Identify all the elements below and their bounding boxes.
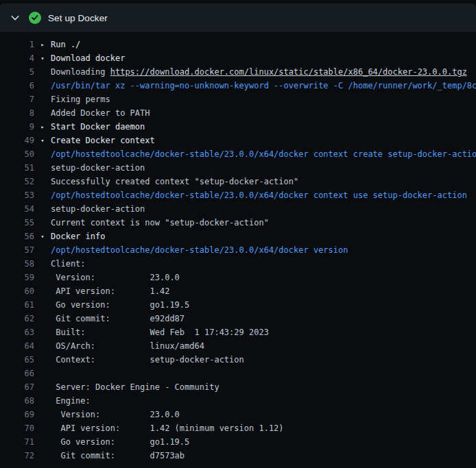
log-line: 70 API version: 1.42 (minimum version 1.… xyxy=(0,421,476,435)
line-number[interactable]: 52 xyxy=(0,175,34,188)
gutter-spacer xyxy=(34,188,51,202)
line-number[interactable]: 65 xyxy=(0,353,34,367)
group-expanded-icon[interactable]: ▾ xyxy=(34,134,51,147)
line-number[interactable]: 60 xyxy=(0,284,34,298)
gutter-spacer xyxy=(34,421,51,435)
step-header[interactable]: Set up Docker xyxy=(0,3,476,32)
line-number[interactable]: 68 xyxy=(0,394,34,408)
log-group-line[interactable]: 49▾Create Docker context xyxy=(0,134,476,147)
log-text: Server: Docker Engine - Community xyxy=(51,380,219,394)
step-title: Set up Docker xyxy=(48,13,108,23)
log-line: 8Added Docker to PATH xyxy=(0,106,476,120)
log-text: API version: 1.42 xyxy=(51,284,169,298)
group-collapsed-icon[interactable]: ▸ xyxy=(34,38,51,51)
line-number[interactable]: 4 xyxy=(0,51,34,65)
line-number[interactable]: 7 xyxy=(0,93,34,106)
check-circle-success-icon xyxy=(29,12,41,24)
gutter-spacer xyxy=(34,380,51,394)
line-number[interactable]: 9 xyxy=(0,120,34,134)
line-number[interactable]: 53 xyxy=(0,188,34,202)
log-text: Context: setup-docker-action xyxy=(51,353,244,367)
group-title: Run ./ xyxy=(51,38,80,51)
gutter-spacer xyxy=(34,298,51,312)
gutter-spacer xyxy=(34,175,51,188)
log-line: 61 Go version: go1.19.5 xyxy=(0,298,476,312)
group-collapsed-icon[interactable]: ▸ xyxy=(34,120,51,134)
gutter-spacer xyxy=(34,93,51,106)
chevron-down-icon[interactable] xyxy=(10,12,21,23)
log-text: Git commit: e92dd87 xyxy=(51,312,185,325)
log-line: 69 Version: 23.0.0 xyxy=(0,408,476,421)
group-expanded-icon[interactable]: ▾ xyxy=(34,51,51,65)
line-number[interactable]: 51 xyxy=(0,161,34,175)
line-number[interactable]: 64 xyxy=(0,339,34,353)
group-expanded-icon[interactable]: ▾ xyxy=(34,230,51,243)
log-group-line[interactable]: 1▸Run ./ xyxy=(0,38,476,51)
log-text: Built: Wed Feb 1 17:43:29 2023 xyxy=(51,325,269,339)
line-number[interactable]: 1 xyxy=(0,38,34,51)
gutter-spacer xyxy=(34,147,51,161)
line-number[interactable]: 8 xyxy=(0,106,34,120)
group-title: Start Docker daemon xyxy=(51,120,145,134)
gutter-spacer xyxy=(34,435,51,449)
log-line: 60 API version: 1.42 xyxy=(0,284,476,298)
line-number[interactable]: 69 xyxy=(0,408,34,421)
gutter-spacer xyxy=(34,106,51,120)
gutter-spacer xyxy=(34,161,51,175)
line-number[interactable]: 58 xyxy=(0,257,34,271)
line-number[interactable]: 50 xyxy=(0,147,34,161)
group-title: Create Docker context xyxy=(51,134,155,147)
log-text: Downloading https://download.docker.com/… xyxy=(51,65,467,79)
log-text: Fixing perms xyxy=(51,93,110,106)
log-line: 55Current context is now "setup-docker-a… xyxy=(0,216,476,230)
gutter-spacer xyxy=(34,271,51,284)
group-title: Docker info xyxy=(51,230,105,243)
line-number[interactable]: 62 xyxy=(0,312,34,325)
line-number[interactable]: 72 xyxy=(0,449,34,463)
log-command-text: /usr/bin/tar xz --warning=no-unknown-key… xyxy=(51,79,476,93)
log-text: Go version: go1.19.5 xyxy=(51,435,189,449)
log-link[interactable]: https://download.docker.com/linux/static… xyxy=(110,67,467,77)
line-number[interactable]: 5 xyxy=(0,65,34,79)
line-number[interactable]: 57 xyxy=(0,243,34,257)
log-text: Client: xyxy=(51,257,86,271)
line-number[interactable]: 55 xyxy=(0,216,34,230)
log-line: 51setup-docker-action xyxy=(0,161,476,175)
line-number[interactable]: 67 xyxy=(0,380,34,394)
gutter-spacer xyxy=(34,367,51,380)
log-group-line[interactable]: 56▾Docker info xyxy=(0,230,476,243)
log-line: 5Downloading https://download.docker.com… xyxy=(0,65,476,79)
gutter-spacer xyxy=(34,353,51,367)
line-number[interactable]: 56 xyxy=(0,230,34,243)
log-text: Engine: xyxy=(51,394,91,408)
log-container: 1▸Run ./4▾Download docker5Downloading ht… xyxy=(0,32,476,463)
log-command-text: /opt/hostedtoolcache/docker-stable/23.0.… xyxy=(51,147,476,161)
log-line: 71 Go version: go1.19.5 xyxy=(0,435,476,449)
log-text: Current context is now "setup-docker-act… xyxy=(51,216,269,230)
log-group-line[interactable]: 9▸Start Docker daemon xyxy=(0,120,476,134)
log-text: setup-docker-action xyxy=(51,202,145,216)
line-number[interactable]: 66 xyxy=(0,367,34,380)
line-number[interactable]: 54 xyxy=(0,202,34,216)
line-number[interactable]: 59 xyxy=(0,271,34,284)
log-line: 68 Engine: xyxy=(0,394,476,408)
log-text: Successfully created context "setup-dock… xyxy=(51,175,298,188)
line-number[interactable]: 70 xyxy=(0,421,34,435)
log-line: 54setup-docker-action xyxy=(0,202,476,216)
gutter-spacer xyxy=(34,325,51,339)
line-number[interactable]: 49 xyxy=(0,134,34,147)
log-line: 65 Context: setup-docker-action xyxy=(0,353,476,367)
log-group-line[interactable]: 4▾Download docker xyxy=(0,51,476,65)
group-title: Download docker xyxy=(51,51,125,65)
log-line: 50/opt/hostedtoolcache/docker-stable/23.… xyxy=(0,147,476,161)
line-number[interactable]: 71 xyxy=(0,435,34,449)
log-line: 53/opt/hostedtoolcache/docker-stable/23.… xyxy=(0,188,476,202)
gutter-spacer xyxy=(34,339,51,353)
log-command-text: /opt/hostedtoolcache/docker-stable/23.0.… xyxy=(51,188,467,202)
line-number[interactable]: 61 xyxy=(0,298,34,312)
line-number[interactable]: 6 xyxy=(0,79,34,93)
log-line: 57/opt/hostedtoolcache/docker-stable/23.… xyxy=(0,243,476,257)
line-number[interactable]: 63 xyxy=(0,325,34,339)
log-line: 7Fixing perms xyxy=(0,93,476,106)
gutter-spacer xyxy=(34,65,51,79)
